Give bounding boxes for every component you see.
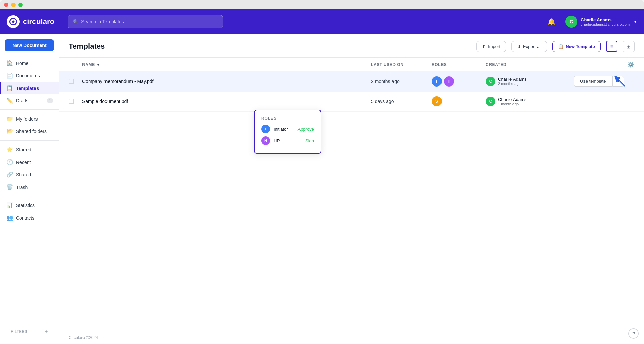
templates-icon: 📋: [6, 85, 13, 91]
header-created-col: CREATED: [486, 62, 574, 67]
use-template-button[interactable]: Use template: [574, 76, 612, 87]
header-last-used-col: LAST USED ON: [371, 62, 432, 67]
new-template-icon: 📋: [558, 44, 564, 49]
table-row: Sample document.pdf 5 days ago S C Charl…: [59, 92, 644, 112]
filters-label: FILTERS: [11, 329, 27, 334]
import-button[interactable]: ⬆ Import: [476, 41, 506, 52]
popup-role-name-hr: HR: [273, 138, 280, 143]
logo-area[interactable]: circularo: [7, 15, 61, 28]
row1-checkbox[interactable]: [69, 79, 82, 84]
name-col-label: NAME: [82, 62, 95, 67]
row1-creator-avatar: C: [486, 77, 495, 86]
app-layout: New Document 🏠 Home 📄 Documents 📋 Templa…: [0, 34, 644, 344]
mac-minimize-dot[interactable]: [11, 3, 16, 7]
role-avatar-initiator: I: [432, 76, 442, 87]
header-name-col[interactable]: NAME ▼: [82, 62, 371, 67]
row1-creator-info: Charlie Adams 2 months ago: [498, 77, 527, 86]
mac-close-dot[interactable]: [4, 3, 8, 7]
user-avatar: C: [565, 16, 577, 28]
add-filter-button[interactable]: +: [45, 328, 48, 335]
row2-creator-name: Charlie Adams: [498, 97, 527, 102]
roles-popup-row-initiator: I Initiator Approve: [261, 125, 314, 133]
row2-roles: S: [432, 96, 486, 106]
trash-icon: 🗑️: [6, 184, 13, 190]
footer-text: Circularo ©2024: [69, 335, 98, 340]
drafts-badge: 1: [47, 98, 53, 103]
sidebar-item-starred[interactable]: ⭐ Starred: [0, 143, 59, 156]
sidebar-divider-1: [0, 109, 59, 110]
sidebar-divider-2: [0, 140, 59, 141]
sidebar-item-shared[interactable]: 🔗 Shared: [0, 168, 59, 181]
sidebar-item-home[interactable]: 🏠 Home: [0, 57, 59, 69]
popup-role-action-hr: Sign: [305, 138, 314, 143]
row2-creator-info: Charlie Adams 1 month ago: [498, 97, 527, 106]
sidebar-label-drafts: Drafts: [16, 98, 28, 103]
export-all-label: Export all: [523, 44, 541, 49]
notification-bell[interactable]: 🔔: [545, 15, 558, 28]
home-icon: 🏠: [6, 60, 13, 66]
popup-role-avatar-i: I: [261, 125, 270, 133]
search-placeholder: Search in Templates: [81, 19, 124, 24]
new-document-button[interactable]: New Document: [5, 39, 54, 51]
row1-actions: Use template ▼: [574, 76, 635, 87]
row1-creator-name: Charlie Adams: [498, 77, 527, 82]
import-label: Import: [488, 44, 500, 49]
mac-window-chrome: [0, 0, 644, 9]
search-box[interactable]: 🔍 Search in Templates: [68, 15, 223, 28]
logo-dot: [12, 21, 15, 23]
sidebar-item-shared-folders[interactable]: 📂 Shared folders: [0, 125, 59, 138]
sidebar-label-home: Home: [16, 60, 28, 66]
footer: Circularo ©2024: [59, 331, 644, 344]
sidebar-item-contacts[interactable]: 👥 Contacts: [0, 212, 59, 224]
user-info: Charlie Adams charlie.adams@circularo.co…: [581, 17, 630, 26]
grid-view-button[interactable]: ⊞: [623, 41, 635, 52]
contacts-icon: 👥: [6, 215, 13, 221]
row1-name: Company memorandum - May.pdf: [82, 79, 371, 84]
row1-created: C Charlie Adams 2 months ago: [486, 77, 574, 86]
row2-creator-avatar: C: [486, 97, 495, 106]
row2-last-used: 5 days ago: [371, 99, 432, 104]
top-navigation: circularo 🔍 Search in Templates 🔔 C Char…: [0, 9, 644, 34]
documents-icon: 📄: [6, 72, 13, 79]
row1-roles: I H: [432, 76, 486, 87]
main-content: Templates ⬆ Import ⬇ Export all 📋 New Te…: [59, 34, 644, 344]
logo-icon: [7, 15, 20, 28]
roles-popup-title: ROLES: [261, 116, 314, 121]
user-email: charlie.adams@circularo.com: [581, 22, 630, 26]
sidebar-label-my-folders: My folders: [16, 116, 38, 122]
settings-gear-icon[interactable]: ⚙️: [627, 61, 635, 68]
user-menu[interactable]: C Charlie Adams charlie.adams@circularo.…: [565, 16, 637, 28]
new-template-label: New Template: [566, 44, 595, 49]
user-menu-chevron: ▼: [633, 19, 637, 24]
sidebar-item-documents[interactable]: 📄 Documents: [0, 69, 59, 82]
new-template-button[interactable]: 📋 New Template: [552, 41, 600, 52]
header-roles-col: ROLES: [432, 62, 486, 67]
popup-role-action-initiator: Approve: [298, 127, 314, 132]
use-template-dropdown[interactable]: ▼: [612, 76, 624, 87]
drafts-icon: ✏️: [6, 97, 13, 104]
help-button[interactable]: ?: [628, 328, 639, 339]
row2-checkbox[interactable]: [69, 99, 82, 104]
row1-last-used: 2 months ago: [371, 79, 432, 84]
sidebar: New Document 🏠 Home 📄 Documents 📋 Templa…: [0, 34, 59, 344]
mac-fullscreen-dot[interactable]: [18, 3, 23, 7]
sidebar-label-templates: Templates: [16, 85, 39, 91]
list-view-button[interactable]: ≡: [606, 41, 617, 52]
sidebar-label-shared-folders: Shared folders: [16, 129, 47, 134]
row2-name: Sample document.pdf: [82, 99, 371, 104]
sidebar-item-trash[interactable]: 🗑️ Trash: [0, 181, 59, 193]
sidebar-item-statistics[interactable]: 📊 Statistics: [0, 199, 59, 212]
sort-arrow-icon: ▼: [96, 62, 100, 67]
export-all-button[interactable]: ⬇ Export all: [511, 41, 547, 52]
sidebar-item-drafts[interactable]: ✏️ Drafts 1: [0, 94, 59, 107]
header-actions-col: ⚙️: [574, 61, 635, 68]
user-name: Charlie Adams: [581, 17, 630, 22]
role-avatar-s: S: [432, 96, 442, 106]
sidebar-item-templates[interactable]: 📋 Templates: [0, 82, 59, 94]
sidebar-item-my-folders[interactable]: 📁 My folders: [0, 113, 59, 125]
sidebar-item-recent[interactable]: 🕐 Recent: [0, 156, 59, 168]
row1-created-time: 2 months ago: [498, 82, 527, 86]
row2-created-time: 1 month ago: [498, 102, 527, 106]
sidebar-label-contacts: Contacts: [16, 215, 34, 221]
page-title: Templates: [69, 42, 471, 51]
